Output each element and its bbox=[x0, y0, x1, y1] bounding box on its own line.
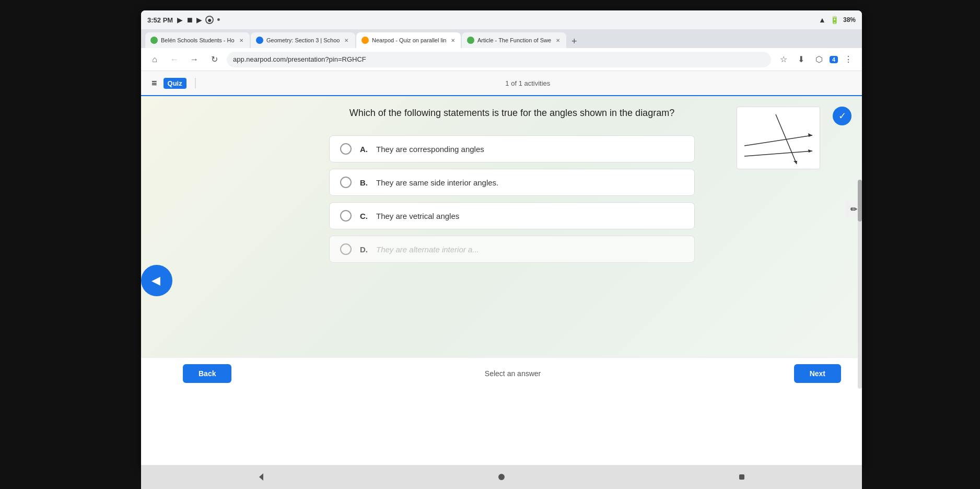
answer-option-b[interactable]: B. They are same side interior angles. bbox=[329, 169, 695, 196]
tab-2-title: Geometry: Section 3 | Schoo bbox=[266, 37, 340, 43]
media-icon-4: ● bbox=[205, 16, 214, 24]
radio-b[interactable] bbox=[340, 177, 352, 188]
prev-slide-button[interactable]: ◀ bbox=[141, 265, 172, 296]
tab-4-close[interactable]: ✕ bbox=[554, 37, 562, 44]
android-back-button[interactable] bbox=[251, 471, 272, 483]
tab-1[interactable]: Belén Schools Students - Ho ✕ bbox=[145, 32, 250, 48]
answer-d-label: D. bbox=[360, 245, 368, 254]
radio-c[interactable] bbox=[340, 210, 352, 222]
system-bar: 3:52 PM ▶ ⏹ ▶ ● • ▲ 🔋 38% bbox=[141, 10, 862, 29]
share-button[interactable]: ⬡ bbox=[812, 52, 826, 67]
toolbar-icons: ☆ ⬇ ⬡ 4 ⋮ bbox=[776, 52, 856, 67]
answer-c-label: C. bbox=[360, 212, 368, 220]
scrollbar-thumb[interactable] bbox=[858, 180, 862, 222]
scrollbar[interactable] bbox=[858, 180, 862, 389]
svg-line-1 bbox=[744, 151, 812, 156]
page-content: ◀ Which of the following statements is t… bbox=[141, 96, 862, 465]
forward-button[interactable]: → bbox=[187, 52, 202, 67]
back-button[interactable]: ← bbox=[167, 52, 182, 67]
tab-3-favicon bbox=[361, 37, 369, 44]
system-icons: ▶ ⏹ ▶ ● • bbox=[177, 15, 220, 26]
menu-icon[interactable]: ≡ bbox=[151, 78, 157, 89]
activity-counter: 1 of 1 activities bbox=[204, 79, 851, 87]
quiz-area: Which of the following statements is tru… bbox=[141, 96, 862, 357]
android-home-button[interactable] bbox=[491, 471, 512, 483]
android-recents-button[interactable] bbox=[731, 471, 752, 483]
answer-b-label: B. bbox=[360, 178, 368, 187]
svg-marker-4 bbox=[808, 149, 812, 153]
more-button[interactable]: ⋮ bbox=[841, 52, 856, 67]
check-button[interactable]: ✓ bbox=[833, 107, 851, 125]
answer-d-text: They are alternate interior a... bbox=[376, 245, 479, 254]
answer-option-a[interactable]: A. They are corresponding angles bbox=[329, 135, 695, 162]
home-circle-icon bbox=[497, 473, 506, 481]
home-button[interactable]: ⌂ bbox=[147, 52, 162, 67]
android-nav-bar bbox=[141, 465, 862, 489]
media-icon-2: ⏹ bbox=[186, 16, 193, 24]
system-time: 3:52 PM bbox=[147, 16, 173, 24]
browser-window: 3:52 PM ▶ ⏹ ▶ ● • ▲ 🔋 38% Belén Schools … bbox=[141, 10, 862, 465]
refresh-button[interactable]: ↻ bbox=[207, 52, 221, 67]
tab-bar: Belén Schools Students - Ho ✕ Geometry: … bbox=[141, 29, 862, 48]
media-icon-1: ▶ bbox=[177, 16, 183, 24]
url-input[interactable] bbox=[227, 52, 771, 67]
radio-a[interactable] bbox=[340, 143, 352, 155]
battery-icon: 🔋 bbox=[830, 16, 839, 24]
svg-marker-6 bbox=[259, 473, 263, 481]
back-slide-button[interactable]: Back bbox=[183, 364, 231, 383]
angle-diagram bbox=[739, 109, 818, 167]
tab-2-close[interactable]: ✕ bbox=[343, 37, 350, 44]
address-bar: ⌂ ← → ↻ ☆ ⬇ ⬡ 4 ⋮ bbox=[141, 48, 862, 71]
svg-marker-5 bbox=[794, 161, 797, 164]
next-slide-button[interactable]: Next bbox=[794, 364, 841, 383]
tab-1-close[interactable]: ✕ bbox=[238, 37, 245, 44]
svg-point-7 bbox=[498, 474, 505, 480]
tab-3-close[interactable]: ✕ bbox=[449, 37, 457, 44]
tab-1-favicon bbox=[150, 37, 158, 44]
diagram-container bbox=[737, 107, 820, 169]
check-icon: ✓ bbox=[838, 110, 846, 122]
download-button[interactable]: ⬇ bbox=[794, 52, 809, 67]
answers-container: A. They are corresponding angles B. They… bbox=[329, 135, 695, 263]
radio-d[interactable] bbox=[340, 243, 352, 255]
tab-3-title: Nearpod - Quiz on parallel lin bbox=[372, 37, 446, 43]
notification-badge[interactable]: 4 bbox=[830, 56, 838, 63]
svg-line-0 bbox=[744, 135, 812, 146]
tab-3[interactable]: Nearpod - Quiz on parallel lin ✕ bbox=[356, 32, 461, 48]
dot-separator: • bbox=[217, 15, 220, 26]
recents-square-icon bbox=[738, 473, 746, 481]
battery-percentage: 38% bbox=[843, 16, 856, 24]
media-icon-3: ▶ bbox=[196, 16, 202, 24]
star-button[interactable]: ☆ bbox=[776, 52, 791, 67]
tab-4-title: Article - The Function of Swe bbox=[477, 37, 551, 43]
answer-c-text: They are vetrical angles bbox=[376, 212, 459, 220]
quiz-badge: Quiz bbox=[164, 78, 186, 89]
tab-4-favicon bbox=[467, 37, 474, 44]
tab-2-favicon bbox=[256, 37, 263, 44]
button-row: Back Select an answer Next bbox=[141, 357, 862, 389]
new-tab-button[interactable]: + bbox=[567, 36, 581, 47]
svg-rect-8 bbox=[739, 474, 744, 480]
answer-a-text: They are corresponding angles bbox=[376, 145, 484, 154]
tab-1-title: Belén Schools Students - Ho bbox=[161, 37, 235, 43]
wifi-icon: ▲ bbox=[819, 16, 826, 24]
tab-4[interactable]: Article - The Function of Swe ✕ bbox=[462, 32, 566, 48]
select-answer-text: Select an answer bbox=[485, 369, 541, 378]
tab-2[interactable]: Geometry: Section 3 | Schoo ✕ bbox=[251, 32, 355, 48]
answer-b-text: They are same side interior angles. bbox=[376, 178, 498, 187]
svg-marker-3 bbox=[808, 133, 812, 137]
answer-a-label: A. bbox=[360, 145, 368, 154]
answer-option-d[interactable]: D. They are alternate interior a... bbox=[329, 236, 695, 263]
answer-option-c[interactable]: C. They are vetrical angles bbox=[329, 202, 695, 229]
svg-line-2 bbox=[776, 114, 797, 164]
back-chevron-icon bbox=[256, 472, 266, 482]
notes-pencil-icon: ✏ bbox=[850, 204, 857, 214]
nearpod-header: ≡ Quiz 1 of 1 activities bbox=[141, 71, 862, 96]
